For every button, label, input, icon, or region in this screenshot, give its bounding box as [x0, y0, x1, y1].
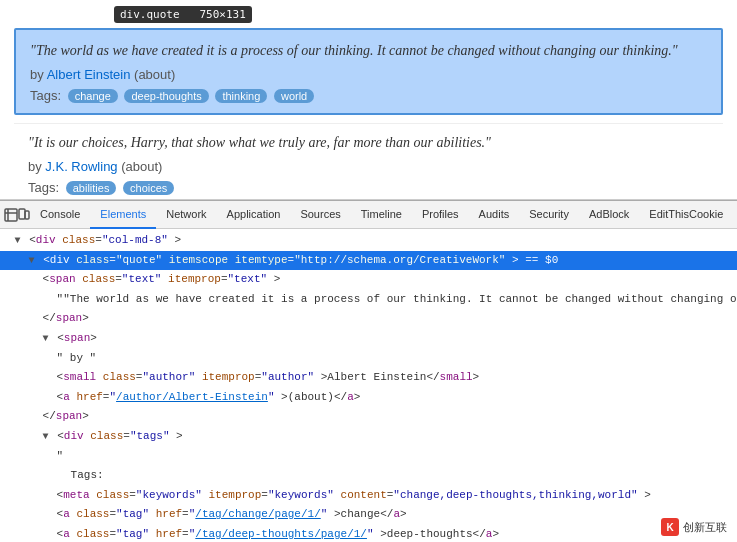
- tab-network[interactable]: Network: [156, 201, 216, 229]
- svg-rect-0: [5, 209, 17, 221]
- tags-label-2: Tags:: [28, 180, 59, 195]
- tab-console[interactable]: Console: [30, 201, 90, 229]
- dom-line-tags-text: ": [0, 447, 737, 467]
- watermark: K 创新互联: [661, 518, 727, 536]
- author-prefix-2: by: [28, 159, 45, 174]
- webpage-preview: div.quote 750×131 "The world as we have …: [0, 0, 737, 200]
- dom-line-quote-selected[interactable]: ▼ <div class="quote" itemscope itemtype=…: [0, 251, 737, 271]
- dom-line-a-deep-thoughts[interactable]: <a class="tag" href="/tag/deep-thoughts/…: [0, 525, 737, 542]
- tab-security[interactable]: Security: [519, 201, 579, 229]
- tab-editthiscookie[interactable]: EditThisCookie: [639, 201, 733, 229]
- element-tooltip: div.quote 750×131: [114, 6, 252, 23]
- dom-line-meta-keywords[interactable]: <meta class="keywords" itemprop="keyword…: [0, 486, 737, 506]
- dom-line-by-text: " by ": [0, 349, 737, 369]
- svg-rect-3: [19, 209, 25, 219]
- devtools-toolbar: Console Elements Network Application Sou…: [0, 201, 737, 229]
- elements-panel[interactable]: ▼ <div class="col-md-8" > ▼ <div class="…: [0, 229, 737, 542]
- devtools-panel: Console Elements Network Application Sou…: [0, 200, 737, 542]
- tab-elements[interactable]: Elements: [90, 201, 156, 229]
- dom-line-col-md-8[interactable]: ▼ <div class="col-md-8" >: [0, 231, 737, 251]
- dom-line-span-close-2[interactable]: </span>: [0, 407, 737, 427]
- tag-deep-thoughts[interactable]: deep-thoughts: [124, 89, 208, 103]
- dom-line-a-about[interactable]: <a href="/author/Albert-Einstein" >(abou…: [0, 388, 737, 408]
- watermark-logo: K: [661, 518, 679, 536]
- tab-application[interactable]: Application: [217, 201, 291, 229]
- quote-tags-1: Tags: change deep-thoughts thinking worl…: [30, 88, 707, 103]
- dom-line-small-author[interactable]: <small class="author" itemprop="author" …: [0, 368, 737, 388]
- triangle-icon-4[interactable]: ▼: [43, 431, 49, 442]
- dom-line-div-tags[interactable]: ▼ <div class="tags" >: [0, 427, 737, 447]
- tooltip-dimensions: 750×131: [199, 8, 245, 21]
- triangle-icon-2[interactable]: ▼: [29, 255, 35, 266]
- quote-text-1: "The world as we have created it is a pr…: [30, 40, 707, 61]
- quote-card-highlighted: "The world as we have created it is a pr…: [14, 28, 723, 115]
- dom-line-span-close[interactable]: </span>: [0, 309, 737, 329]
- tab-adblock[interactable]: AdBlock: [579, 201, 639, 229]
- quote-author-2: by J.K. Rowling (about): [28, 159, 709, 174]
- tag-choices[interactable]: choices: [123, 181, 174, 195]
- tags-label-1: Tags:: [30, 88, 61, 103]
- dom-line-span-text[interactable]: <span class="text" itemprop="text" >: [0, 270, 737, 290]
- triangle-icon-3[interactable]: ▼: [43, 333, 49, 344]
- author-link-2[interactable]: J.K. Rowling: [45, 159, 117, 174]
- tag-abilities[interactable]: abilities: [66, 181, 117, 195]
- author-link-1[interactable]: Albert Einstein: [47, 67, 131, 82]
- dom-line-tags-label: Tags:: [0, 466, 737, 486]
- author-suffix-1: (about): [130, 67, 175, 82]
- tab-profiles[interactable]: Profiles: [412, 201, 469, 229]
- quote-author-1: by Albert Einstein (about): [30, 67, 707, 82]
- inspect-icon[interactable]: [4, 203, 18, 227]
- tab-timeline[interactable]: Timeline: [351, 201, 412, 229]
- tab-sources[interactable]: Sources: [290, 201, 350, 229]
- dom-line-quote-text-content: ""The world as we have created it is a p…: [0, 290, 737, 310]
- author-prefix-1: by: [30, 67, 47, 82]
- quote-tags-2: Tags: abilities choices: [28, 180, 709, 195]
- tag-thinking[interactable]: thinking: [215, 89, 267, 103]
- svg-rect-4: [25, 211, 29, 219]
- watermark-text: 创新互联: [683, 520, 727, 535]
- tag-change[interactable]: change: [68, 89, 118, 103]
- tab-audits[interactable]: Audits: [469, 201, 520, 229]
- device-icon[interactable]: [18, 203, 30, 227]
- dom-line-span-by[interactable]: ▼ <span>: [0, 329, 737, 349]
- quote-text-2: "It is our choices, Harry, that show wha…: [28, 132, 709, 153]
- quote-card-2: "It is our choices, Harry, that show wha…: [14, 123, 723, 200]
- dom-line-a-change[interactable]: <a class="tag" href="/tag/change/page/1/…: [0, 505, 737, 525]
- author-suffix-2: (about): [118, 159, 163, 174]
- triangle-icon[interactable]: ▼: [15, 235, 21, 246]
- tag-world[interactable]: world: [274, 89, 314, 103]
- tooltip-selector: div.quote: [120, 8, 180, 21]
